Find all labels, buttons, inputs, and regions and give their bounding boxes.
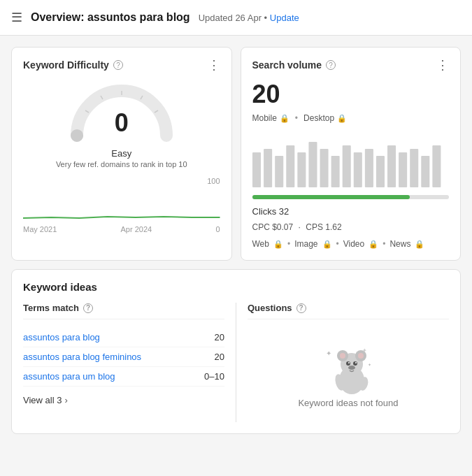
svg-rect-1: [264, 149, 272, 187]
svg-point-28: [348, 362, 350, 363]
keyword-ideas-section: Keyword ideas Terms match ? assuntos par…: [11, 269, 461, 434]
svg-rect-3: [286, 145, 294, 187]
news-label: News: [389, 239, 410, 249]
ki-terms-col: Terms match ? assuntos para blog 20 assu…: [23, 303, 224, 422]
sv-progress-bar: [252, 195, 450, 199]
svg-point-23: [340, 353, 345, 359]
svg-rect-2: [275, 156, 283, 187]
kd-help-icon[interactable]: ?: [113, 60, 123, 70]
chevron-right-icon: ›: [64, 395, 67, 405]
ki-empty-state: ✦ ✦ ✦: [248, 328, 449, 422]
svg-text:✦: ✦: [326, 349, 331, 357]
svg-rect-5: [308, 142, 317, 187]
desktop-badge: Desktop 🔒: [303, 113, 347, 123]
gauge-label: Easy: [23, 148, 220, 159]
updated-text: Updated 26 Apr • Update: [199, 13, 299, 23]
svg-point-27: [353, 361, 357, 366]
svg-rect-4: [297, 152, 306, 187]
table-row: assuntos para um blog 0–10: [23, 367, 224, 387]
svg-text:✦: ✦: [368, 363, 371, 367]
sv-help-icon[interactable]: ?: [326, 60, 336, 70]
kd-zero-label: 0: [215, 225, 220, 233]
ki-column-divider: [236, 303, 236, 422]
web-lock-icon: 🔒: [273, 240, 283, 249]
kd-line-chart: [23, 187, 220, 222]
ki-empty-text: Keyword ideas not found: [298, 398, 398, 408]
table-row: assuntos para blog femininos 20: [23, 347, 224, 367]
ki-columns: Terms match ? assuntos para blog 20 assu…: [23, 303, 449, 422]
sv-number: 20: [252, 80, 450, 109]
svg-rect-10: [364, 149, 373, 187]
update-link[interactable]: Update: [270, 13, 299, 23]
ki-questions-help-icon[interactable]: ?: [296, 303, 306, 313]
table-row: assuntos para blog 20: [23, 328, 224, 347]
svg-rect-14: [410, 149, 418, 187]
svg-rect-0: [252, 152, 261, 187]
image-lock-icon: 🔒: [322, 240, 332, 249]
sv-badges: Mobile 🔒 • Desktop 🔒: [252, 113, 450, 123]
sv-types: Web 🔒 • Image 🔒 • Video 🔒 • News 🔒: [252, 239, 450, 249]
kd-start-date: May 2021: [23, 225, 57, 233]
page-title: Overview: assuntos para blog: [31, 11, 190, 24]
gauge-container: 0: [23, 80, 220, 143]
keyword-difficulty-card: Keyword Difficulty ? ⋮ 0 Easy: [11, 47, 232, 261]
view-all-button[interactable]: View all 3 ›: [23, 395, 224, 405]
video-label: Video: [343, 239, 364, 249]
gauge-number: 0: [115, 110, 129, 136]
svg-rect-15: [421, 156, 429, 187]
ki-term-link-1[interactable]: assuntos para blog: [23, 332, 100, 342]
svg-rect-6: [320, 149, 328, 187]
ki-section-title: Keyword ideas: [23, 281, 449, 293]
ki-volume-3: 0–10: [204, 371, 224, 382]
svg-point-26: [346, 361, 350, 366]
web-label: Web: [252, 239, 269, 249]
svg-point-25: [358, 353, 364, 359]
svg-rect-16: [432, 145, 441, 187]
image-label: Image: [294, 239, 317, 249]
gauge-value: 0: [115, 110, 129, 136]
ki-terms-header: Terms match ?: [23, 303, 224, 319]
mobile-lock-icon: 🔒: [280, 114, 289, 123]
kd-card-header: Keyword Difficulty ? ⋮: [23, 59, 220, 71]
svg-rect-11: [376, 156, 384, 187]
news-lock-icon: 🔒: [415, 240, 424, 249]
kd-title: Keyword Difficulty: [23, 59, 109, 71]
video-lock-icon: 🔒: [369, 240, 378, 249]
ki-questions-header: Questions ?: [248, 303, 449, 319]
sv-more-icon[interactable]: ⋮: [436, 59, 449, 71]
ki-questions-col: Questions ? ✦ ✦ ✦: [248, 303, 449, 422]
kd-chart-area: 100 May 2021 Apr 2024 0: [23, 177, 220, 233]
ki-terms-help-icon[interactable]: ?: [83, 303, 93, 313]
sv-clicks: Clicks 32: [252, 206, 450, 217]
kd-end-date: Apr 2024: [121, 225, 152, 233]
badges-dot: •: [295, 113, 298, 123]
svg-rect-7: [331, 156, 339, 187]
header: ☰ Overview: assuntos para blog Updated 2…: [0, 0, 472, 36]
svg-rect-13: [399, 152, 407, 187]
kd-more-icon[interactable]: ⋮: [208, 59, 220, 71]
kd-100-label: 100: [23, 177, 220, 185]
desktop-lock-icon: 🔒: [337, 114, 347, 123]
svg-rect-12: [387, 145, 396, 187]
ki-volume-2: 20: [215, 352, 224, 362]
ki-term-link-3[interactable]: assuntos para um blog: [23, 371, 115, 382]
svg-point-30: [348, 366, 355, 370]
ki-term-link-2[interactable]: assuntos para blog femininos: [23, 352, 141, 362]
sv-progress-fill: [252, 195, 410, 199]
mobile-badge: Mobile 🔒: [252, 113, 289, 123]
sv-bar-chart: [252, 131, 450, 187]
svg-point-29: [355, 362, 357, 363]
search-volume-card: Search volume ? ⋮ 20 Mobile 🔒 • Desktop …: [241, 47, 462, 261]
koala-illustration: ✦ ✦ ✦: [320, 342, 376, 398]
kd-axis: May 2021 Apr 2024 0: [23, 225, 220, 233]
svg-rect-8: [342, 145, 350, 187]
menu-icon[interactable]: ☰: [11, 10, 22, 25]
svg-rect-9: [353, 152, 362, 187]
sv-card-header: Search volume ? ⋮: [252, 59, 450, 71]
gauge-description: Very few ref. domains to rank in top 10: [23, 160, 220, 168]
sv-title: Search volume: [252, 59, 322, 71]
sv-meta: CPC $0.07 · CPS 1.62: [252, 222, 450, 232]
ki-volume-1: 20: [215, 332, 224, 342]
cards-row: Keyword Difficulty ? ⋮ 0 Easy: [0, 36, 472, 261]
